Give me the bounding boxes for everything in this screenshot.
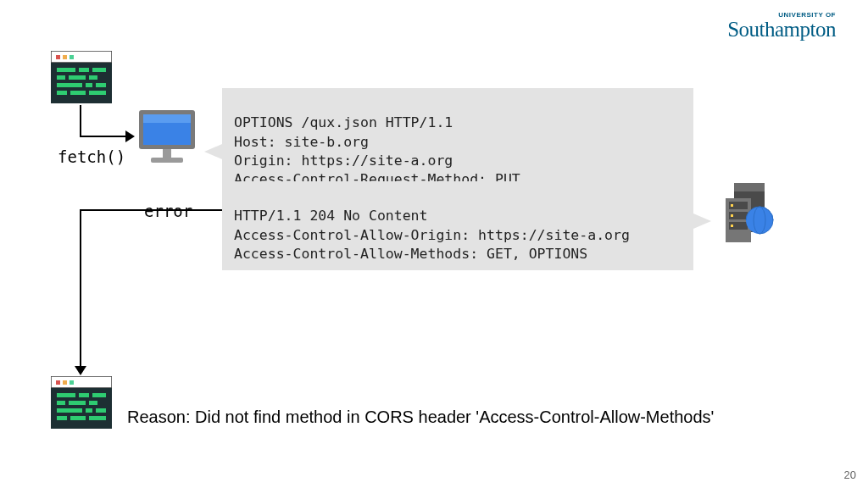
svg-rect-22 — [57, 393, 75, 397]
svg-rect-19 — [63, 380, 67, 385]
svg-rect-6 — [79, 68, 89, 72]
svg-rect-47 — [731, 225, 733, 227]
svg-rect-14 — [57, 91, 67, 95]
server-icon — [726, 183, 780, 244]
terminal-icon — [51, 376, 112, 429]
svg-rect-40 — [734, 183, 765, 191]
arrow-line — [80, 105, 81, 137]
fetch-label: fetch() — [58, 147, 125, 166]
arrow-line — [80, 209, 81, 367]
svg-rect-9 — [69, 75, 86, 80]
svg-rect-45 — [731, 204, 733, 207]
svg-rect-18 — [56, 380, 60, 385]
arrow-head-icon — [75, 366, 86, 375]
svg-rect-3 — [70, 55, 74, 59]
code-line: OPTIONS /qux.json HTTP/1.1 — [234, 114, 453, 130]
request-headers-box: OPTIONS /qux.json HTTP/1.1 Host: site-b.… — [222, 88, 693, 196]
code-line: Access-Control-Allow-Origin: https://sit… — [234, 227, 630, 243]
error-label: error — [144, 202, 192, 220]
svg-rect-32 — [70, 416, 86, 420]
code-line: HTTP/1.1 204 No Content — [234, 208, 427, 224]
svg-rect-12 — [86, 83, 92, 87]
svg-rect-11 — [57, 83, 82, 87]
arrow-line — [80, 136, 125, 137]
page-number: 20 — [844, 469, 856, 481]
svg-rect-36 — [143, 114, 191, 123]
svg-rect-13 — [96, 83, 106, 87]
terminal-icon — [51, 51, 112, 103]
svg-rect-38 — [151, 158, 183, 163]
svg-rect-27 — [89, 401, 97, 405]
svg-rect-2 — [63, 55, 67, 59]
arrow-head-icon — [125, 130, 135, 142]
svg-rect-8 — [57, 75, 65, 80]
speech-tail-icon — [204, 144, 222, 159]
svg-rect-31 — [57, 416, 67, 420]
code-line: Origin: https://site-a.org — [234, 152, 453, 169]
response-headers-box: HTTP/1.1 204 No Content Access-Control-A… — [222, 181, 693, 270]
arrow-line — [80, 209, 222, 211]
svg-rect-23 — [79, 393, 89, 397]
svg-rect-10 — [89, 75, 97, 80]
svg-rect-7 — [92, 68, 106, 72]
logo-name: Southampton — [727, 19, 836, 40]
svg-rect-33 — [89, 416, 106, 420]
southampton-logo: UNIVERSITY OF Southampton — [727, 12, 836, 40]
svg-rect-46 — [731, 214, 733, 217]
code-line: Access-Control-Allow-Methods: GET, OPTIO… — [234, 246, 587, 262]
svg-rect-25 — [57, 401, 65, 405]
reason-text: Reason: Did not find method in CORS head… — [127, 408, 714, 427]
code-line: Host: site-b.org — [234, 134, 369, 150]
svg-rect-26 — [69, 401, 86, 405]
svg-rect-30 — [96, 408, 106, 413]
monitor-icon — [137, 108, 197, 168]
svg-rect-5 — [57, 68, 75, 72]
svg-rect-1 — [56, 55, 60, 59]
svg-rect-15 — [70, 91, 86, 95]
svg-rect-37 — [163, 149, 171, 158]
svg-rect-20 — [70, 380, 74, 385]
svg-rect-28 — [57, 408, 82, 413]
svg-rect-29 — [86, 408, 92, 413]
svg-rect-16 — [89, 91, 106, 95]
svg-rect-24 — [92, 393, 106, 397]
speech-tail-icon — [693, 214, 711, 229]
